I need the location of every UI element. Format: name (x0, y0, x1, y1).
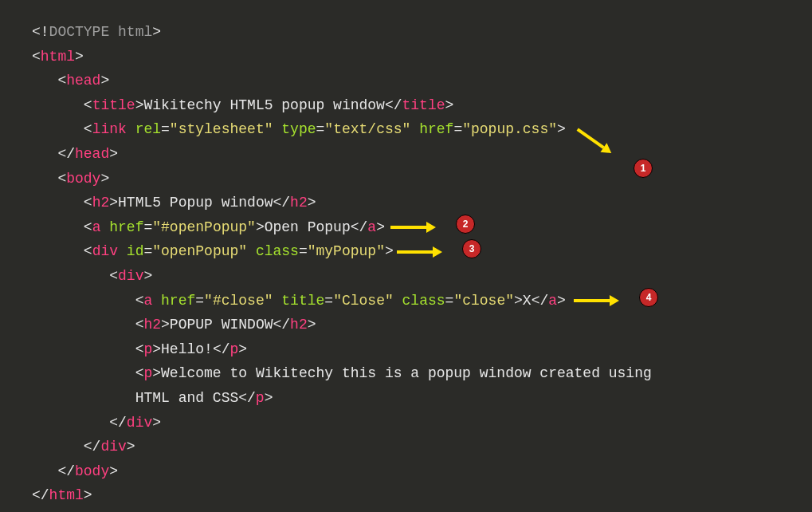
code-line: <title>Wikitechy HTML5 popup window</tit… (84, 97, 454, 113)
annotation-badge-4: 4 (639, 288, 658, 307)
annotation-badge-1: 1 (634, 159, 653, 178)
code-line: <div> (109, 268, 152, 284)
annotation-badge-2: 2 (456, 215, 475, 234)
code-line: <head> (57, 73, 109, 89)
code-line: <h2>HTML5 Popup window</h2> (84, 195, 316, 211)
code-line: </div> (84, 439, 135, 455)
annotation-arrow-2 (390, 222, 436, 233)
code-line: <!DOCTYPE html> (32, 24, 161, 40)
code-line: <html> (32, 49, 84, 65)
code-line: <a href="#close" title="Close" class="cl… (135, 293, 566, 309)
code-line: <link rel="stylesheet" type="text/css" h… (84, 121, 566, 137)
code-line: </head> (57, 146, 118, 162)
code-line: <p>Hello!</p> (135, 341, 247, 357)
annotation-arrow-3 (397, 246, 442, 258)
code-line: <body> (57, 171, 109, 187)
annotation-badge-3: 3 (462, 239, 481, 258)
annotation-arrow-4 (574, 295, 619, 306)
code-line: <h2>POPUP WINDOW</h2> (135, 317, 316, 333)
code-line: </html> (32, 487, 92, 503)
code-line: </body> (57, 463, 118, 479)
code-line: <div id="openPopup" class="myPopup"> (84, 243, 394, 259)
code-line: </div> (109, 415, 161, 431)
code-line: <a href="#openPopup">Open Popup</a> (84, 219, 385, 235)
code-line: <p>Welcome to Wikitechy this is a popup … (32, 365, 652, 406)
